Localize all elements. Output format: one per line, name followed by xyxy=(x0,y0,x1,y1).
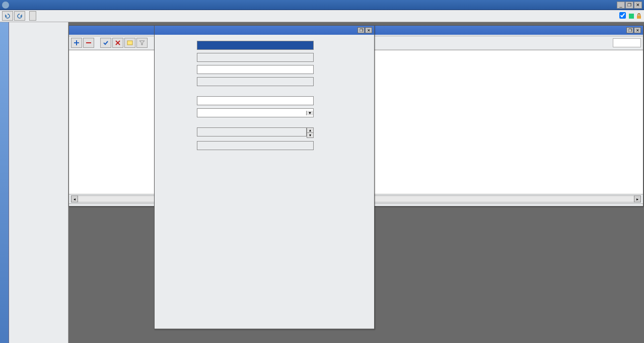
chip-info-value xyxy=(197,127,307,136)
mtu-input[interactable] xyxy=(197,65,314,74)
dialog-restore-button[interactable]: ❐ xyxy=(357,27,365,33)
comment-button[interactable] xyxy=(124,38,135,48)
main-toolbar xyxy=(0,10,644,22)
add-button[interactable] xyxy=(71,38,82,48)
svg-rect-0 xyxy=(637,16,641,19)
spin-down[interactable]: ▾ xyxy=(307,133,314,138)
svg-rect-1 xyxy=(127,41,132,45)
status-indicator-icon xyxy=(629,14,634,19)
name-input[interactable] xyxy=(197,41,314,50)
minimize-button[interactable]: _ xyxy=(617,2,625,9)
app-titlebar: _ ❐ ✕ xyxy=(0,0,644,10)
interface-dialog: ❐ ✕ xyxy=(154,25,375,329)
find-box xyxy=(613,38,641,47)
arp-select[interactable]: ▼ xyxy=(197,108,314,117)
undo-button[interactable] xyxy=(2,11,13,21)
spin-up[interactable]: ▴ xyxy=(307,127,314,133)
window-restore-button[interactable]: ❐ xyxy=(626,27,633,33)
left-stripe xyxy=(0,22,9,343)
dropdown-icon[interactable]: ▼ xyxy=(306,111,313,115)
window-controls: _ ❐ ✕ xyxy=(617,2,642,9)
workspace: ❐ ✕ ◂ xyxy=(68,22,644,343)
enable-button[interactable] xyxy=(100,38,111,48)
dialog-button-column xyxy=(317,35,374,328)
lock-icon xyxy=(636,13,642,19)
dialog-close-button[interactable]: ✕ xyxy=(365,27,372,33)
scroll-left-button[interactable]: ◂ xyxy=(71,195,78,202)
interface-dialog-titlebar[interactable]: ❐ ✕ xyxy=(155,26,374,35)
close-button[interactable]: ✕ xyxy=(634,2,642,9)
l2mtu-value xyxy=(197,77,314,86)
maximize-button[interactable]: ❐ xyxy=(625,2,633,9)
scroll-right-button[interactable]: ▸ xyxy=(634,195,641,202)
hide-passwords-checkbox[interactable] xyxy=(619,12,626,19)
hide-passwords-label[interactable] xyxy=(619,12,627,20)
redo-button[interactable] xyxy=(14,11,25,21)
disable-button[interactable] xyxy=(112,38,123,48)
dialog-statusbar xyxy=(155,328,374,329)
window-close-button[interactable]: ✕ xyxy=(634,27,641,33)
filter-button[interactable] xyxy=(136,38,148,48)
mac-input[interactable] xyxy=(197,96,314,105)
remove-button[interactable] xyxy=(83,38,94,48)
sidebar xyxy=(9,22,68,343)
app-icon xyxy=(2,2,9,9)
type-value xyxy=(197,53,314,62)
pci-value xyxy=(197,141,314,150)
dialog-form: ▼ ▴ ▾ xyxy=(155,37,317,328)
safe-mode-button[interactable] xyxy=(29,11,36,21)
find-input[interactable] xyxy=(613,38,641,47)
